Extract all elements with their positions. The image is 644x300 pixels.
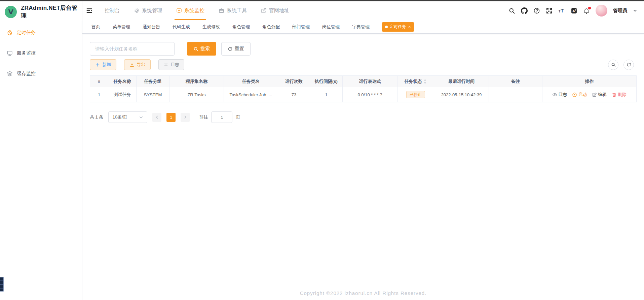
col-index: # (90, 76, 108, 87)
status-sort-header[interactable]: 任务状态 (405, 78, 427, 85)
goto-label: 前往 (199, 114, 208, 120)
row-edit-link[interactable]: 编辑 (592, 92, 607, 98)
tab-role-assignment[interactable]: 角色分配 (262, 24, 280, 30)
row-log-label: 日志 (558, 92, 567, 98)
font-size-icon[interactable]: TT (558, 7, 565, 14)
tab-scheduled-tasks-active[interactable]: 定时任务 × (382, 22, 414, 32)
task-name-input[interactable] (90, 42, 175, 56)
timer-icon (7, 30, 13, 36)
page-size-select[interactable]: 10条/页 (108, 111, 147, 123)
tab-department-management[interactable]: 部门管理 (292, 24, 310, 30)
page-number-1[interactable]: 1 (166, 113, 176, 122)
nav-item-system-tools[interactable]: 系统工具 (212, 1, 254, 20)
tab-code-generation[interactable]: 代码生成 (173, 24, 190, 30)
nav-label: 系统管理 (142, 7, 162, 14)
sidebar-item-label: 缓存监控 (17, 71, 36, 77)
eye-icon (552, 92, 557, 97)
toggle-search-button[interactable] (608, 60, 618, 70)
cache-icon (7, 71, 13, 77)
export-button[interactable]: 导出 (124, 59, 151, 70)
corner-widget (0, 277, 4, 292)
github-icon[interactable] (521, 7, 528, 14)
row-start-link[interactable]: 启动 (572, 92, 587, 98)
active-tab-dot-icon (385, 26, 388, 28)
row-log-link[interactable]: 日志 (552, 92, 567, 98)
tab-home[interactable]: 首页 (91, 24, 100, 30)
help-icon[interactable] (533, 7, 540, 14)
chevron-down-icon (139, 115, 143, 120)
log-button-label: 日志 (171, 62, 179, 68)
row-delete-link[interactable]: 删除 (612, 92, 627, 98)
monitor-check-icon (176, 8, 182, 13)
active-tab-label: 定时任务 (390, 24, 406, 30)
search-button-label: 搜索 (200, 46, 210, 52)
table-tools (608, 60, 637, 70)
briefcase-icon (219, 8, 224, 13)
play-icon (572, 92, 577, 97)
gear-icon (134, 8, 140, 13)
sidebar-item-label: 定时任务 (17, 30, 36, 36)
sidebar-item-server-monitor[interactable]: 服务监控 (0, 43, 82, 63)
total-count: 共 1 条 (90, 114, 103, 120)
cell-task-group: SYSTEM (137, 87, 169, 102)
table-row: 1 测试任务 SYSTEM ZR.Tasks TaskScheduler.Job… (90, 87, 637, 102)
fullscreen-icon[interactable] (546, 7, 553, 14)
cell-interval: 1 (310, 87, 343, 102)
col-actions: 操作 (542, 76, 637, 87)
sidebar-item-cache-monitor[interactable]: 缓存监控 (0, 63, 82, 84)
cell-status: 已停止 (397, 87, 434, 102)
table-toolbar: 新增 导出 日志 (90, 59, 637, 70)
tasks-table: # 任务名称 任务分组 程序集名称 任务类名 运行次数 执行间隔(s) 运行表达… (90, 75, 637, 102)
search-button[interactable]: 搜索 (187, 42, 216, 56)
log-button[interactable]: 日志 (158, 59, 184, 70)
nav-item-console[interactable]: 控制台 (98, 1, 127, 20)
refresh-icon (228, 46, 233, 52)
bell-icon[interactable] (583, 7, 590, 14)
language-icon[interactable]: A (571, 7, 577, 14)
trash-icon (612, 92, 617, 97)
tab-post-management[interactable]: 岗位管理 (322, 24, 340, 30)
tab-notice[interactable]: 通知公告 (143, 24, 160, 30)
reset-button-label: 重置 (235, 46, 244, 52)
goto-page-input[interactable] (211, 111, 232, 123)
col-cron: 运行表达式 (343, 76, 397, 87)
logo-icon: V (5, 6, 17, 18)
chevron-down-icon[interactable] (633, 8, 637, 13)
status-badge: 已停止 (406, 91, 425, 98)
avatar[interactable] (596, 5, 607, 16)
refresh-table-button[interactable] (623, 60, 634, 70)
col-class: 任务类名 (224, 76, 278, 87)
close-icon[interactable]: × (408, 25, 411, 29)
add-button[interactable]: 新增 (90, 59, 116, 70)
chevron-left-icon (155, 115, 159, 119)
page-unit-label: 页 (236, 114, 240, 120)
tab-dict-management[interactable]: 字典管理 (352, 24, 370, 30)
col-last-run: 最后运行时间 (434, 76, 489, 87)
page-size-value: 10条/页 (112, 114, 127, 120)
cell-class: TaskScheduler.Job_... (224, 87, 278, 102)
menu-collapse-icon[interactable] (86, 7, 93, 14)
tab-menu-management[interactable]: 菜单管理 (113, 24, 130, 30)
tab-generation-edit[interactable]: 生成修改 (202, 24, 220, 30)
col-task-group: 任务分组 (137, 76, 169, 87)
user-name[interactable]: 管理员 (613, 8, 627, 14)
tab-role-management[interactable]: 角色管理 (232, 24, 250, 30)
reset-button[interactable]: 重置 (221, 42, 251, 56)
sidebar-item-scheduled-tasks[interactable]: 定时任务 (0, 22, 82, 43)
edit-icon (592, 92, 597, 97)
search-icon (193, 46, 198, 52)
app-logo[interactable]: V ZRAdmin.NET后台管理 (0, 1, 82, 22)
search-icon[interactable] (508, 7, 515, 14)
nav-item-system-management[interactable]: 系统管理 (127, 1, 169, 20)
sort-icon[interactable] (423, 78, 427, 85)
top-nav: 控制台 系统管理 系统监控 (98, 1, 296, 20)
nav-item-system-monitor[interactable]: 系统监控 (169, 1, 212, 20)
next-page-button[interactable] (181, 113, 190, 122)
nav-item-website[interactable]: 官网地址 (254, 1, 296, 20)
svg-text:T: T (558, 9, 561, 13)
prev-page-button[interactable] (152, 113, 161, 122)
col-status: 任务状态 (397, 76, 434, 87)
download-icon (129, 62, 135, 67)
chevron-right-icon (183, 115, 187, 119)
col-remark: 备注 (489, 76, 542, 87)
